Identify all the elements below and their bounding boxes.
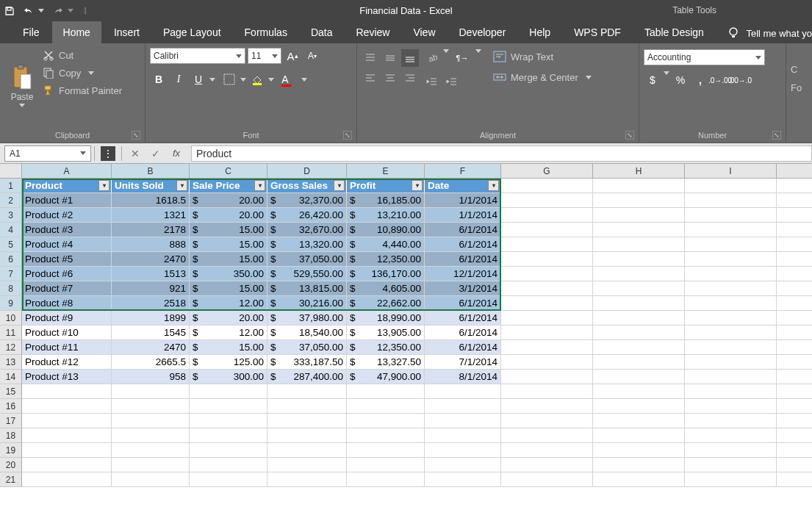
cell[interactable] — [501, 399, 593, 414]
col-header-D[interactable]: D — [267, 164, 347, 179]
cell[interactable]: $37,980.00 — [267, 311, 347, 325]
cell[interactable] — [685, 443, 777, 458]
row-header-10[interactable]: 10 — [0, 311, 22, 325]
cell[interactable] — [112, 428, 190, 443]
cell[interactable]: Product #11 — [22, 340, 112, 355]
cell[interactable] — [777, 281, 812, 296]
table-header-units-sold[interactable]: Units Sold▾ — [112, 179, 190, 193]
col-header-C[interactable]: C — [190, 164, 267, 179]
cell[interactable]: $15.00 — [190, 252, 267, 267]
cell[interactable]: 1618.5 — [112, 193, 190, 208]
redo-icon[interactable] — [48, 1, 68, 21]
cell[interactable] — [685, 472, 777, 487]
cell[interactable] — [425, 443, 501, 458]
cell[interactable] — [112, 458, 190, 472]
cell[interactable] — [685, 384, 777, 399]
align-bottom-icon[interactable] — [401, 49, 419, 67]
cell[interactable] — [593, 281, 685, 296]
cell[interactable] — [777, 428, 812, 443]
cell[interactable]: $13,327.50 — [347, 355, 425, 370]
clipboard-dialog-launcher[interactable]: ⤡ — [132, 131, 140, 140]
cell[interactable]: $10,890.00 — [347, 223, 425, 237]
tab-developer[interactable]: Developer — [448, 21, 517, 43]
alignment-dialog-launcher[interactable]: ⤡ — [625, 131, 634, 140]
cell[interactable] — [777, 208, 812, 223]
cell[interactable] — [501, 443, 593, 458]
cell[interactable] — [190, 458, 267, 472]
cell[interactable] — [501, 458, 593, 472]
filter-icon[interactable]: ▾ — [334, 180, 345, 191]
cell[interactable]: Product #3 — [22, 223, 112, 237]
cell[interactable] — [501, 370, 593, 384]
cell[interactable] — [777, 399, 812, 414]
tell-me[interactable]: Tell me what yo — [727, 26, 812, 40]
cell[interactable]: 6/1/2014 — [425, 252, 501, 267]
font-color-dropdown[interactable] — [301, 78, 307, 82]
cell[interactable] — [777, 472, 812, 487]
cell[interactable] — [501, 208, 593, 223]
cell[interactable]: 6/1/2014 — [425, 325, 501, 340]
row-header-11[interactable]: 11 — [0, 325, 22, 340]
cell[interactable] — [501, 311, 593, 325]
cell[interactable] — [22, 443, 112, 458]
cell[interactable] — [425, 458, 501, 472]
cell[interactable] — [112, 472, 190, 487]
cell[interactable] — [685, 325, 777, 340]
cell[interactable] — [347, 472, 425, 487]
align-top-icon[interactable] — [362, 49, 379, 67]
cell[interactable] — [593, 252, 685, 267]
tab-help[interactable]: Help — [518, 21, 561, 43]
bold-button[interactable]: B — [150, 71, 168, 88]
filter-icon[interactable]: ▾ — [254, 180, 265, 191]
cell[interactable] — [777, 179, 812, 193]
col-header-I[interactable]: I — [685, 164, 777, 179]
cell[interactable] — [685, 237, 777, 252]
cell[interactable] — [777, 267, 812, 281]
cell[interactable] — [501, 296, 593, 311]
cell[interactable] — [501, 325, 593, 340]
cell[interactable]: $13,905.00 — [347, 325, 425, 340]
cell[interactable]: $22,662.00 — [347, 296, 425, 311]
tab-data[interactable]: Data — [300, 21, 344, 43]
cell[interactable] — [501, 193, 593, 208]
cell[interactable]: $20.00 — [190, 208, 267, 223]
cell[interactable] — [267, 458, 347, 472]
cell[interactable]: $20.00 — [190, 311, 267, 325]
cell[interactable]: Product #12 — [22, 355, 112, 370]
filter-icon[interactable]: ▾ — [176, 180, 187, 191]
row-header-4[interactable]: 4 — [0, 223, 22, 237]
cell[interactable]: 2665.5 — [112, 355, 190, 370]
cell[interactable]: Product #7 — [22, 281, 112, 296]
cell[interactable] — [22, 458, 112, 472]
cell[interactable] — [267, 384, 347, 399]
cell[interactable] — [593, 458, 685, 472]
cell[interactable] — [685, 281, 777, 296]
cell[interactable]: Product #8 — [22, 296, 112, 311]
row-header-6[interactable]: 6 — [0, 252, 22, 267]
cell[interactable] — [22, 472, 112, 487]
col-header-G[interactable]: G — [501, 164, 593, 179]
row-header-1[interactable]: 1 — [0, 179, 22, 193]
cell[interactable] — [777, 384, 812, 399]
cell[interactable] — [425, 472, 501, 487]
cell[interactable] — [685, 252, 777, 267]
copy-button[interactable]: Copy — [40, 65, 125, 80]
cell[interactable] — [190, 472, 267, 487]
col-header-B[interactable]: B — [112, 164, 190, 179]
row-header-8[interactable]: 8 — [0, 281, 22, 296]
cell[interactable] — [267, 472, 347, 487]
percent-format-icon[interactable]: % — [672, 71, 689, 89]
cell[interactable]: 1321 — [112, 208, 190, 223]
cell[interactable] — [593, 179, 685, 193]
tab-file[interactable]: File — [12, 21, 51, 43]
cell[interactable] — [347, 458, 425, 472]
increase-indent-icon[interactable] — [443, 73, 461, 90]
format-painter-button[interactable]: Format Painter — [40, 83, 125, 98]
cell[interactable] — [593, 414, 685, 428]
tab-page-layout[interactable]: Page Layout — [152, 21, 232, 43]
cell[interactable]: 1899 — [112, 311, 190, 325]
cell[interactable]: $47,900.00 — [347, 370, 425, 384]
cell[interactable] — [190, 399, 267, 414]
cell[interactable] — [685, 428, 777, 443]
cell[interactable]: Product #4 — [22, 237, 112, 252]
